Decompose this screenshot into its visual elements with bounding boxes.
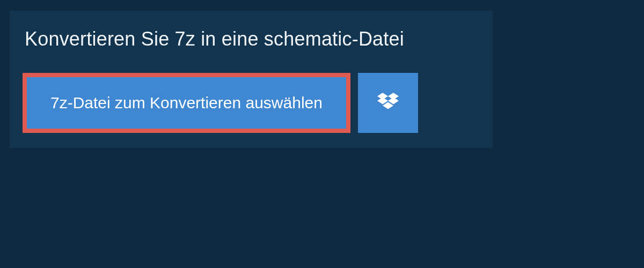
actions-row: 7z-Datei zum Konvertieren auswählen bbox=[10, 65, 493, 148]
dropbox-icon bbox=[377, 93, 399, 114]
converter-panel: Konvertieren Sie 7z in eine schematic-Da… bbox=[10, 11, 493, 148]
select-file-button[interactable]: 7z-Datei zum Konvertieren auswählen bbox=[27, 77, 346, 129]
panel-header: Konvertieren Sie 7z in eine schematic-Da… bbox=[10, 11, 493, 65]
highlight-frame: 7z-Datei zum Konvertieren auswählen bbox=[23, 73, 350, 133]
page-title: Konvertieren Sie 7z in eine schematic-Da… bbox=[25, 28, 478, 50]
select-file-label: 7z-Datei zum Konvertieren auswählen bbox=[50, 94, 323, 112]
dropbox-button[interactable] bbox=[358, 73, 418, 133]
